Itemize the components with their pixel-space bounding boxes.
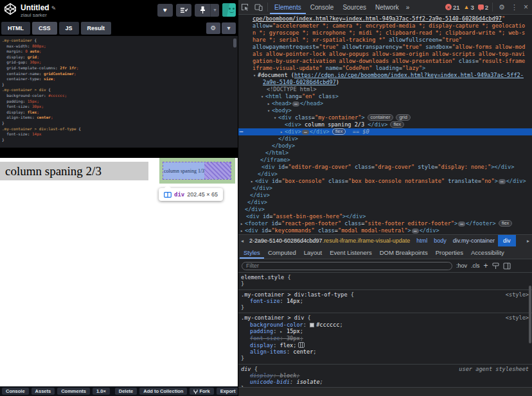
pen-author[interactable]: ziaul sarker — [21, 13, 56, 19]
styles-filter-input[interactable] — [242, 262, 452, 270]
tree-row[interactable]: </body> — [238, 142, 532, 150]
color-swatch[interactable] — [310, 323, 314, 327]
footer-button-assets[interactable]: Assets — [31, 388, 55, 395]
tree-row[interactable]: <div id="asset-bin-goes-here"></div> — [238, 213, 532, 220]
tree-row[interactable]: cpe/boomboom/index.html?key=index.html-9… — [238, 15, 532, 22]
footer-button-add-to-collection[interactable]: Add to Collection — [139, 388, 187, 395]
styles-tab-dom-breakpoints[interactable]: DOM Breakpoints — [376, 246, 432, 259]
footer-button-comments[interactable]: Comments — [57, 388, 90, 395]
style-property[interactable]: background-color: #cccccc; — [241, 322, 529, 328]
settings-button[interactable] — [176, 4, 191, 17]
footer-button-delete[interactable]: Delete — [115, 388, 137, 395]
rule-origin-link[interactable]: <style> — [506, 314, 529, 321]
style-property[interactable]: display: flex; — [241, 342, 529, 349]
tree-row[interactable]: ▾<html lang="en" class> — [238, 93, 532, 100]
row-actions-dots[interactable]: ⋯ — [240, 128, 242, 135]
breadcrumb-item[interactable]: body — [430, 237, 450, 244]
tree-row[interactable]: als allow-pointer-lock allow-popups allo… — [238, 51, 532, 58]
pen-title[interactable]: Untitled — [21, 3, 49, 12]
new-style-rule-button[interactable]: + — [484, 263, 488, 269]
editor-tab-html[interactable]: HTML — [1, 22, 30, 35]
editor-tab-js[interactable]: JS — [59, 22, 79, 35]
like-button[interactable]: ♥ — [157, 4, 173, 17]
device-toolbar-icon[interactable] — [254, 3, 263, 11]
style-property[interactable]: padding: ▸ 15px; — [241, 328, 529, 335]
style-property[interactable]: display: block; — [241, 372, 529, 379]
styles-tab-event-listeners[interactable]: Event Listeners — [326, 246, 375, 259]
tree-row[interactable]: ▸<footer id="react-pen-footer" class="si… — [238, 220, 532, 227]
tree-row[interactable]: ▾#document (https://cdpn.io/cpe/boomboom… — [238, 72, 532, 79]
style-property[interactable]: font-size: 30px; — [241, 335, 529, 341]
rule-selector[interactable]: .my-container > div:last-of-type {<style… — [241, 291, 529, 298]
breadcrumb-item[interactable]: div — [498, 235, 516, 246]
styles-tab-styles[interactable]: Styles — [240, 246, 264, 259]
twisty-icon[interactable]: ▸ — [238, 221, 245, 227]
tree-row[interactable]: <div> column spaning 2/3 </div>flex — [238, 121, 532, 128]
rule-selector[interactable]: .my-container > div {<style> — [241, 314, 529, 321]
editor-tab-result[interactable]: Result — [81, 22, 112, 35]
expand-ellipsis-button[interactable]: … — [412, 228, 419, 234]
tree-row[interactable]: iframe-visual-update" name="CodePen" loa… — [238, 65, 532, 72]
styles-tab-accessibility[interactable]: Accessibility — [467, 246, 508, 259]
close-devtools-icon[interactable]: × — [520, 3, 532, 12]
tree-row[interactable]: ⋯▸<div>…</div>flex == $0 — [238, 128, 532, 135]
tree-row[interactable]: </html> — [238, 150, 532, 157]
twisty-icon[interactable]: ▾ — [272, 115, 278, 121]
footer-button-console[interactable]: Console — [2, 388, 29, 395]
styles-tab-properties[interactable]: Properties — [432, 246, 467, 259]
breadcrumb-item[interactable]: 2-2a9e-5140-60286d4cbd97.result-iframe.i… — [246, 237, 413, 244]
tree-row[interactable]: hare *; serial *; xr-spatial-tracking *"… — [238, 37, 532, 44]
tree-row[interactable]: </div> — [238, 185, 532, 192]
footer-button-1-0-[interactable]: 1.0× — [93, 388, 110, 395]
twisty-icon[interactable]: ▸ — [278, 129, 285, 135]
tree-row[interactable]: </div> — [238, 192, 532, 199]
codepen-logo-icon[interactable] — [4, 3, 17, 18]
footer-button-export[interactable]: Export — [217, 388, 240, 395]
rule-selector[interactable]: div {user agent stylesheet — [241, 366, 529, 372]
style-property[interactable]: unicode-bidi: isolate; — [241, 379, 529, 385]
editor-scrollbar[interactable] — [233, 39, 236, 47]
breadcrumb-scroll-right-icon[interactable]: ▸ — [524, 238, 532, 244]
badge-grid[interactable]: grid — [396, 114, 411, 121]
tree-row[interactable]: allow="accelerometer *; camera *; encryp… — [238, 22, 532, 30]
devtools-settings-icon[interactable]: ⚙ — [495, 3, 509, 12]
css-editor[interactable]: .my-container { max-width: 800px; margin… — [0, 36, 238, 148]
badge-flex[interactable]: flex — [390, 121, 404, 128]
errors-badge[interactable]: ×21 — [445, 4, 460, 11]
rule-selector[interactable]: element.style { — [241, 274, 529, 280]
tree-row[interactable]: ▾<body> — [238, 107, 532, 114]
style-property[interactable]: align-items: center; — [241, 349, 529, 355]
rule-origin-link[interactable]: <style> — [506, 291, 529, 298]
devtools-tab-console[interactable]: Console — [306, 0, 339, 14]
styles-tab-layout[interactable]: Layout — [300, 246, 326, 259]
tree-row[interactable]: ▸<head>…</head> — [238, 100, 532, 107]
devtools-tab-sources[interactable]: Sources — [338, 0, 371, 14]
tree-row[interactable]: </div> — [238, 199, 532, 206]
twisty-icon[interactable]: ▾ — [259, 94, 265, 100]
tree-row[interactable]: </div> — [238, 171, 532, 178]
tree-row[interactable]: <div id="editor-drag-cover" class="drag-… — [238, 164, 532, 171]
tree-row[interactable]: n *; gyroscope *; microphone *; midi *; … — [238, 30, 532, 37]
inspect-element-icon[interactable] — [241, 3, 249, 11]
tree-row[interactable]: gation-by-user-activation allow-download… — [238, 58, 532, 65]
toggle-class-button[interactable]: .cls — [471, 263, 480, 269]
tree-row[interactable]: 2a9e-5140-60286d4cbd97) — [238, 79, 532, 86]
editor-collapse-button[interactable]: ▾ — [222, 22, 236, 34]
style-property[interactable]: font-size: 14px; — [241, 298, 529, 304]
badge-container[interactable]: container — [368, 114, 394, 121]
twisty-icon[interactable]: ▸ — [249, 178, 255, 185]
tree-row[interactable]: ▸<div id="keycommands" class="modal moda… — [238, 227, 532, 234]
tree-row[interactable]: </div> — [238, 135, 532, 142]
breadcrumb-item[interactable]: html — [413, 237, 430, 244]
tree-row[interactable]: ▸<div id="box-console" class="box box-co… — [238, 178, 532, 185]
more-tabs-button[interactable]: » — [403, 4, 412, 11]
styles-tab-computed[interactable]: Computed — [264, 246, 300, 259]
devtools-tab-network[interactable]: Network — [371, 0, 403, 14]
twisty-icon[interactable]: ▸ — [238, 228, 245, 234]
pin-dropdown-button[interactable]: ▾ — [210, 4, 219, 17]
twisty-icon[interactable]: ▾ — [251, 73, 258, 79]
tree-row[interactable]: allowpaymentrequest="true" allowtranspar… — [238, 44, 532, 51]
expand-ellipsis-button[interactable]: … — [499, 179, 506, 184]
flexbox-editor-icon[interactable] — [298, 342, 305, 348]
devtools-tab-elements[interactable]: Elements — [270, 0, 306, 14]
